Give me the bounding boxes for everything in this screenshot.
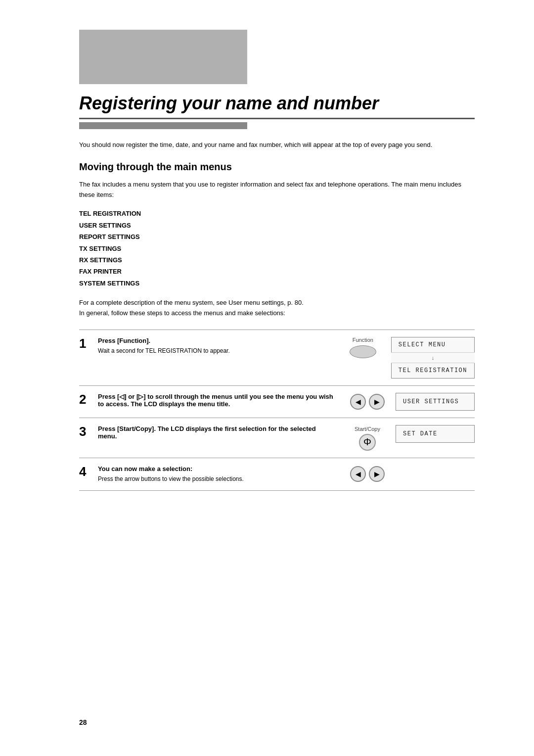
lcd-tel-registration: TEL REGISTRATION (391, 363, 475, 378)
menu-item-3: REPORT SETTINGS (79, 231, 475, 242)
menu-item-1: TEL REGISTRATION (79, 208, 475, 219)
step-4-content: You can now make a selection: Press the … (98, 465, 345, 483)
lcd-user-settings: USER SETTINGS (396, 393, 475, 411)
step-4-button-area: ◀ ▶ (345, 465, 390, 482)
right-arrow-button-4[interactable]: ▶ (369, 466, 385, 482)
arrow-buttons-4: ◀ ▶ (350, 466, 385, 482)
step-1-content: Press [Function]. Wait a second for TEL … (98, 337, 341, 355)
start-copy-button[interactable]: Φ (359, 434, 376, 451)
step-4-number: 4 (79, 464, 98, 479)
step-3: 3 Press [Start/Copy]. The LCD displays t… (79, 418, 475, 458)
lcd-set-date: SET DATE (396, 425, 475, 443)
right-arrow-button-2[interactable]: ▶ (369, 394, 385, 410)
section-heading: Moving through the main menus (79, 161, 475, 173)
step-1-desc: Wait a second for TEL REGISTRATION to ap… (98, 346, 331, 355)
step-2-number: 2 (79, 392, 98, 407)
section-desc: The fax includes a menu system that you … (79, 180, 465, 200)
left-arrow-button-4[interactable]: ◀ (350, 466, 366, 482)
menu-item-7: SYSTEM SETTINGS (79, 278, 475, 289)
page: Registering your name and number You sho… (0, 0, 534, 756)
menu-item-5: RX SETTINGS (79, 254, 475, 266)
step-1: 1 Press [Function]. Wait a second for TE… (79, 330, 475, 385)
step-3-title: Press [Start/Copy]. The LCD displays the… (98, 425, 335, 440)
step-2-content: Press [◁] or [▷] to scroll through the m… (98, 393, 345, 410)
step-4-title: You can now make a selection: (98, 465, 335, 472)
step-2-title: Press [◁] or [▷] to scroll through the m… (98, 393, 335, 408)
step-3-number: 3 (79, 424, 98, 439)
steps-container: 1 Press [Function]. Wait a second for TE… (79, 330, 475, 491)
step-2-lcd: USER SETTINGS (396, 393, 475, 411)
lcd-select-menu: SELECT MENU (391, 337, 475, 352)
top-image (79, 30, 247, 84)
intro-text: You should now register the time, date, … (79, 140, 465, 150)
step-2: 2 Press [◁] or [▷] to scroll through the… (79, 385, 475, 418)
title-bar (79, 122, 247, 129)
page-number: 28 (79, 718, 87, 726)
menu-list: TEL REGISTRATION USER SETTINGS REPORT SE… (79, 208, 475, 289)
arrow-buttons-2: ◀ ▶ (350, 394, 385, 410)
lcd-arrow-mid: ↓ (391, 352, 475, 363)
step-3-content: Press [Start/Copy]. The LCD displays the… (98, 425, 345, 442)
step-2-button-area: ◀ ▶ (345, 393, 390, 410)
page-title: Registering your name and number (79, 93, 475, 119)
function-button[interactable] (350, 345, 376, 358)
phi-icon: Φ (363, 436, 371, 448)
step-4: 4 You can now make a selection: Press th… (79, 458, 475, 491)
note-text: For a complete description of the menu s… (79, 298, 465, 319)
step-4-desc: Press the arrow buttons to view the poss… (98, 474, 335, 483)
menu-item-4: TX SETTINGS (79, 243, 475, 254)
step-1-button-label: Function (353, 337, 373, 343)
step-1-title: Press [Function]. (98, 337, 331, 344)
step-3-button-area: Start/Copy Φ (345, 425, 390, 451)
left-arrow-button-2[interactable]: ◀ (350, 394, 366, 410)
step-1-number: 1 (79, 336, 98, 351)
start-copy-label: Start/Copy (355, 426, 380, 432)
step-3-lcd: SET DATE (396, 425, 475, 443)
menu-item-2: USER SETTINGS (79, 220, 475, 231)
menu-item-6: FAX PRINTER (79, 266, 475, 277)
step-1-lcd: SELECT MENU ↓ TEL REGISTRATION (391, 337, 475, 378)
step-1-button-area: Function (341, 337, 385, 358)
